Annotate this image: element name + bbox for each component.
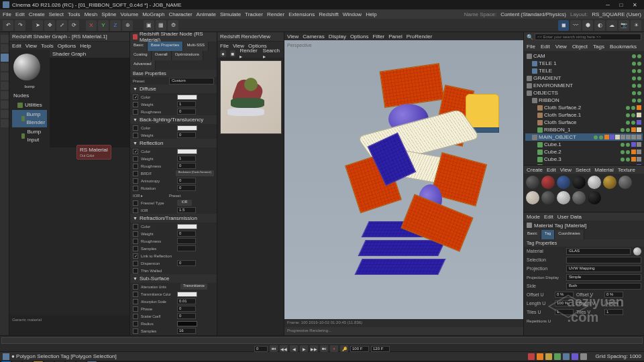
generator-button[interactable]: ⬢: [582, 20, 593, 31]
side-dropdown[interactable]: Both: [566, 283, 641, 290]
object-mode[interactable]: [1, 44, 9, 52]
object-tag[interactable]: [631, 142, 636, 147]
scatter-cb[interactable]: [133, 314, 138, 319]
thinwall-cb[interactable]: [133, 268, 138, 274]
selection-input[interactable]: [566, 257, 641, 263]
object-row[interactable]: TELE: [525, 67, 643, 74]
undo-button[interactable]: ↶: [3, 20, 13, 31]
autokey-button[interactable]: 🔑: [340, 345, 348, 352]
render-dot[interactable]: [631, 121, 635, 125]
menu-tools[interactable]: Tools: [68, 11, 80, 17]
object-tag[interactable]: [604, 135, 609, 139]
cube-primitive[interactable]: ◼: [558, 20, 569, 31]
object-row[interactable]: ENVIRONMENT: [525, 82, 643, 89]
menu-simulate[interactable]: Simulate: [220, 11, 241, 17]
object-tag[interactable]: [621, 135, 625, 139]
render-stop-icon[interactable]: ■: [230, 50, 236, 57]
material-swatch[interactable]: [554, 353, 561, 360]
obj-tags[interactable]: Tags: [593, 44, 604, 50]
object-tag[interactable]: [631, 149, 636, 154]
soft-select[interactable]: [1, 119, 9, 127]
sss-samples-cb[interactable]: [133, 328, 138, 334]
object-row[interactable]: Cube.3: [525, 156, 643, 163]
absorb-input[interactable]: 0.01: [177, 298, 196, 304]
refr-color-swatch[interactable]: [177, 224, 197, 229]
tab-base-props[interactable]: Base Properties: [148, 42, 184, 51]
vp-panel[interactable]: Panel: [388, 34, 402, 40]
point-mode[interactable]: [1, 54, 9, 62]
object-tag[interactable]: [637, 149, 641, 154]
menu-volume[interactable]: Volume: [120, 11, 138, 17]
tab-coating[interactable]: Coating: [130, 51, 152, 60]
object-row[interactable]: Cloth Surface.1: [525, 111, 643, 119]
light-button[interactable]: ☀: [631, 20, 641, 31]
tree-nodes[interactable]: Nodes: [12, 91, 47, 101]
tree-utilities[interactable]: Utilities: [12, 101, 47, 110]
render-dot[interactable]: [637, 99, 641, 103]
attr-tab-tag[interactable]: Tag: [541, 230, 555, 239]
visibility-dot[interactable]: [594, 135, 598, 139]
tab-overall[interactable]: Overall: [152, 51, 172, 60]
step-back[interactable]: ◀◀: [280, 345, 288, 352]
refl-rough-input[interactable]: 0: [177, 163, 196, 169]
object-tag[interactable]: [626, 135, 631, 139]
material-dropdown[interactable]: GLAS: [566, 248, 631, 255]
atten-btn[interactable]: Transmittance: [180, 284, 207, 290]
x-axis-button[interactable]: X: [86, 20, 97, 31]
refr-weight-input[interactable]: 0: [177, 231, 196, 237]
object-tag[interactable]: [610, 135, 614, 139]
refl-weight-cb[interactable]: [133, 156, 138, 162]
object-tag[interactable]: [637, 120, 641, 125]
rotation-input[interactable]: 0: [177, 185, 196, 191]
node-menu-edit[interactable]: Edit: [12, 43, 21, 49]
samples-input[interactable]: [177, 245, 196, 251]
bl-weight-cb[interactable]: [133, 133, 138, 138]
roughness-cb[interactable]: [133, 109, 138, 115]
brdf-cb[interactable]: [133, 171, 138, 176]
object-tag[interactable]: [637, 105, 641, 110]
visibility-dot[interactable]: [632, 54, 636, 58]
tab-multi-sss[interactable]: Multi-SSS: [183, 42, 209, 51]
node-menu-options[interactable]: Options: [58, 43, 76, 49]
visibility-dot[interactable]: [632, 84, 636, 88]
object-row[interactable]: Cloth Surface: [525, 119, 643, 126]
layout-value[interactable]: RS_SQUARE (User): [592, 11, 641, 17]
uv-mode[interactable]: [1, 91, 9, 99]
material-ball[interactable]: [557, 191, 570, 204]
namespace-value[interactable]: Content (Standard/Physics): [500, 11, 566, 17]
render-button[interactable]: ▣: [144, 20, 154, 31]
menu-file[interactable]: File: [3, 11, 11, 17]
node-menu-view[interactable]: View: [25, 43, 37, 49]
z-axis-button[interactable]: Z: [110, 20, 121, 31]
object-row[interactable]: Cube.2: [525, 148, 643, 156]
menu-window[interactable]: Window: [343, 11, 362, 17]
object-search-input[interactable]: [535, 34, 641, 40]
object-tag[interactable]: [637, 135, 641, 139]
visibility-dot[interactable]: [626, 121, 630, 125]
render-dot[interactable]: [637, 84, 641, 88]
object-row[interactable]: TELE 1: [525, 60, 643, 67]
vp-cameras[interactable]: Cameras: [303, 34, 324, 40]
menu-help[interactable]: Help: [366, 11, 376, 17]
sec-refraction[interactable]: ▼ Refraction/Transmission: [130, 214, 217, 223]
scale-tool[interactable]: ⤢: [56, 20, 67, 31]
visibility-dot[interactable]: [621, 150, 625, 154]
texture-mode[interactable]: [1, 82, 9, 90]
trans-color-swatch[interactable]: [177, 292, 197, 297]
transcolor-cb[interactable]: [133, 292, 138, 297]
link-refl-cb[interactable]: [133, 253, 138, 259]
refr-color-cb[interactable]: [133, 224, 138, 229]
sec-reflection[interactable]: ▼ Reflection: [130, 139, 217, 147]
play-back[interactable]: ◀: [290, 345, 298, 352]
object-row[interactable]: CAM: [525, 52, 643, 60]
menu-character[interactable]: Character: [168, 11, 192, 17]
spline-primitive[interactable]: 〰: [570, 20, 581, 31]
menu-create[interactable]: Create: [29, 11, 45, 17]
obj-view[interactable]: View: [555, 44, 567, 50]
timeline-ruler[interactable]: [1, 337, 643, 344]
brdf-value[interactable]: Beckmann (Cook-Torrance): [176, 170, 214, 176]
deformer-button[interactable]: ◐: [594, 20, 605, 31]
refl-weight-input[interactable]: 1: [177, 156, 196, 162]
rs-material-node[interactable]: RS Material Out Color: [76, 145, 111, 160]
object-row[interactable]: Cube.1: [525, 141, 643, 148]
